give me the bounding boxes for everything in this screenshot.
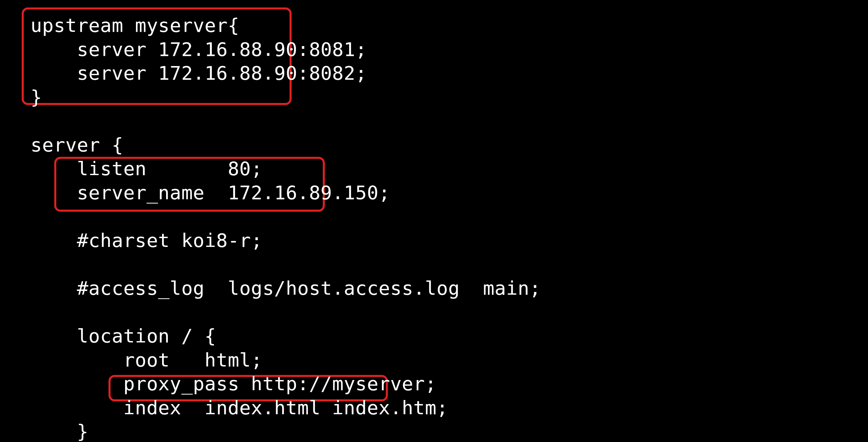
code-line: proxy_pass http://myserver; <box>31 373 437 395</box>
code-line: } <box>31 420 88 442</box>
code-line: upstream myserver{ <box>31 14 239 36</box>
code-line: root html; <box>31 349 262 371</box>
code-line: server { <box>31 134 123 156</box>
code-line: server 172.16.88.90:8081; <box>31 38 367 60</box>
code-line: location / { <box>31 325 216 347</box>
code-line: #access_log logs/host.access.log main; <box>31 277 541 299</box>
code-line: #charset koi8-r; <box>31 229 262 251</box>
code-line: server_name 172.16.89.150; <box>31 182 390 204</box>
code-line: } <box>31 86 42 108</box>
code-line: server 172.16.88.90:8082; <box>31 62 367 84</box>
code-line: index index.html index.htm; <box>31 397 448 419</box>
code-line: listen 80; <box>31 157 262 180</box>
nginx-config-code: upstream myserver{ server 172.16.88.90:8… <box>0 0 868 442</box>
